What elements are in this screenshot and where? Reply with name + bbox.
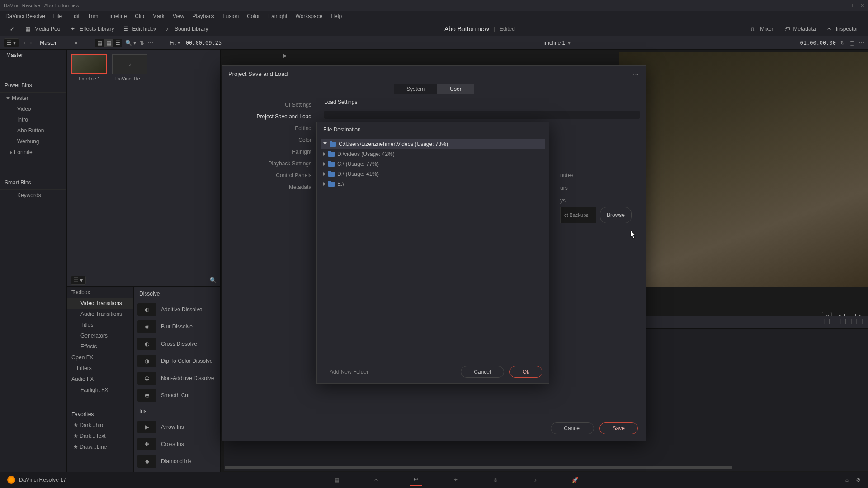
folder-item[interactable]: C:\ (Usage: 77%)	[321, 159, 545, 169]
clip-thumb[interactable]: Timeline 1	[71, 54, 107, 81]
folder-item[interactable]: D:\videos (Usage: 42%)	[321, 149, 545, 159]
settings-nav-item[interactable]: Fairlight	[228, 146, 311, 158]
bin-item[interactable]: Werbung	[0, 136, 66, 147]
media-pool-button[interactable]: ▦Media Pool	[21, 24, 66, 34]
cut-page-icon[interactable]: ✂	[370, 474, 382, 486]
metadata-button[interactable]: 🏷Metadata	[780, 24, 821, 34]
options-icon[interactable]: ⋯	[148, 40, 153, 46]
bin-item[interactable]: Abo Button	[0, 125, 66, 136]
settings-nav-item[interactable]: Metadata	[228, 181, 311, 193]
expand-button[interactable]: ⤢	[5, 24, 21, 34]
menu-item[interactable]: Fairlight	[264, 12, 291, 20]
effects-library-button[interactable]: ✦Effects Library	[66, 24, 118, 34]
edit-page-icon[interactable]: ✄	[410, 474, 422, 486]
add-new-folder-button[interactable]: Add New Folder	[323, 366, 375, 377]
settings-nav-item[interactable]: Editing	[228, 122, 311, 134]
scrollbar[interactable]	[225, 466, 732, 469]
system-tab[interactable]: System	[394, 84, 437, 94]
settings-nav-item[interactable]: UI Settings	[228, 99, 311, 111]
user-tab[interactable]: User	[437, 84, 474, 94]
fx-tree-item[interactable]: Video Transitions	[67, 298, 133, 309]
master-bin[interactable]: Master	[0, 93, 66, 103]
sort-icon[interactable]: ⇅	[140, 40, 144, 46]
fx-tree-item[interactable]: Titles	[67, 319, 133, 330]
fx-tree-item[interactable]: Generators	[67, 330, 133, 341]
color-page-icon[interactable]: ⊛	[489, 474, 502, 486]
ok-button[interactable]: Ok	[509, 366, 542, 378]
fit-select[interactable]: Fit▾	[170, 40, 180, 46]
nav-back[interactable]: ‹	[24, 40, 25, 46]
metadata-view-icon[interactable]: ▤	[95, 39, 104, 47]
menu-item[interactable]: Playback	[189, 12, 218, 20]
fav-item[interactable]: ★ Dark...hird	[67, 420, 133, 431]
bin-item[interactable]: Intro	[0, 114, 66, 125]
menu-item[interactable]: Mark	[149, 12, 168, 20]
settings-nav-item[interactable]: Playback Settings	[228, 158, 311, 169]
menu-item[interactable]: Fusion	[219, 12, 242, 20]
timeline-selector[interactable]: Timeline 1▾	[540, 40, 571, 46]
dialog-options-icon[interactable]: ⋯	[633, 70, 640, 77]
mixer-button[interactable]: ⎍Mixer	[746, 24, 778, 34]
master-bin[interactable]: Master	[0, 50, 66, 61]
fx-item[interactable]: ◑Dip To Color Dissolve	[136, 353, 218, 369]
maximize-button[interactable]: ☐	[849, 3, 853, 9]
fx-item[interactable]: ◆Diamond Iris	[136, 453, 218, 469]
menu-item[interactable]: Workspace	[292, 12, 326, 20]
menu-item[interactable]: Help	[327, 12, 345, 20]
menu-item[interactable]: Color	[243, 12, 264, 20]
fx-tree-item[interactable]: Fairlight FX	[67, 385, 133, 395]
fx-item[interactable]: ◉Blur Dissolve	[136, 319, 218, 335]
fx-item[interactable]: ◐Additive Dissolve	[136, 301, 218, 318]
next-frame-icon[interactable]: ▶|	[283, 52, 288, 59]
options-icon[interactable]: ⋯	[859, 40, 864, 46]
menu-item[interactable]: Timeline	[103, 12, 130, 20]
fx-tree-item[interactable]: Filters	[67, 363, 133, 374]
edit-index-button[interactable]: ☰Edit Index	[119, 24, 161, 34]
backup-path-input[interactable]: ct Backups	[560, 207, 596, 223]
fx-item[interactable]: ◐Cross Dissolve	[136, 336, 218, 352]
deliver-page-icon[interactable]: 🚀	[569, 474, 581, 486]
menu-item[interactable]: Edit	[66, 12, 83, 20]
fav-item[interactable]: ★ Draw...Line	[67, 441, 133, 452]
loop-icon[interactable]: ↻	[840, 40, 845, 46]
settings-nav-item[interactable]: Project Save and Load	[228, 111, 311, 122]
fx-item[interactable]: ✚Cross Iris	[136, 436, 218, 452]
toolbox-cat[interactable]: Toolbox	[67, 287, 133, 298]
panel-select[interactable]: ☰ ▾	[4, 38, 19, 47]
bin-item[interactable]: Fortnite	[0, 147, 66, 158]
close-button[interactable]: ✕	[860, 3, 864, 9]
menu-item[interactable]: File	[50, 12, 66, 20]
single-viewer-icon[interactable]: ▢	[849, 40, 854, 46]
openfx-cat[interactable]: Open FX	[67, 352, 133, 363]
menu-item[interactable]: View	[169, 12, 188, 20]
cancel-button[interactable]: Cancel	[461, 366, 504, 378]
cancel-button[interactable]: Cancel	[551, 422, 594, 434]
thumb-view-icon[interactable]: ▦	[104, 39, 113, 47]
inspector-button[interactable]: ✂Inspector	[822, 24, 863, 34]
bin-item[interactable]: Keywords	[0, 190, 66, 201]
settings-nav-item[interactable]: Color	[228, 134, 311, 146]
menu-item[interactable]: Trim	[84, 12, 102, 20]
menu-item[interactable]: DaVinci Resolve	[2, 12, 49, 20]
settings-icon[interactable]: ⚙	[856, 477, 861, 483]
settings-nav-item[interactable]: Control Panels	[228, 169, 311, 181]
fx-item[interactable]: ◒Non-Additive Dissolve	[136, 370, 218, 386]
fx-tree-item[interactable]: Effects	[67, 341, 133, 352]
audiofx-cat[interactable]: Audio FX	[67, 374, 133, 385]
fx-item[interactable]: ▶Arrow Iris	[136, 419, 218, 435]
fx-tree-item[interactable]: Audio Transitions	[67, 309, 133, 319]
browse-button[interactable]: Browse	[600, 207, 632, 223]
nav-fwd[interactable]: ›	[30, 40, 32, 46]
fairlight-page-icon[interactable]: ♪	[529, 474, 542, 486]
search-icon[interactable]: 🔍 ▾	[125, 40, 136, 46]
bin-item[interactable]: Video	[0, 103, 66, 114]
save-button[interactable]: Save	[599, 422, 638, 434]
search-icon[interactable]: 🔍	[210, 277, 217, 283]
media-page-icon[interactable]: ▦	[330, 474, 343, 486]
folder-item[interactable]: E:\	[321, 179, 545, 189]
panel-select[interactable]: ☰ ▾	[71, 276, 86, 285]
list-view-icon[interactable]: ☰	[113, 39, 122, 47]
folder-item[interactable]: D:\ (Usage: 41%)	[321, 169, 545, 179]
menu-item[interactable]: Clip	[131, 12, 148, 20]
fusion-page-icon[interactable]: ✦	[449, 474, 462, 486]
